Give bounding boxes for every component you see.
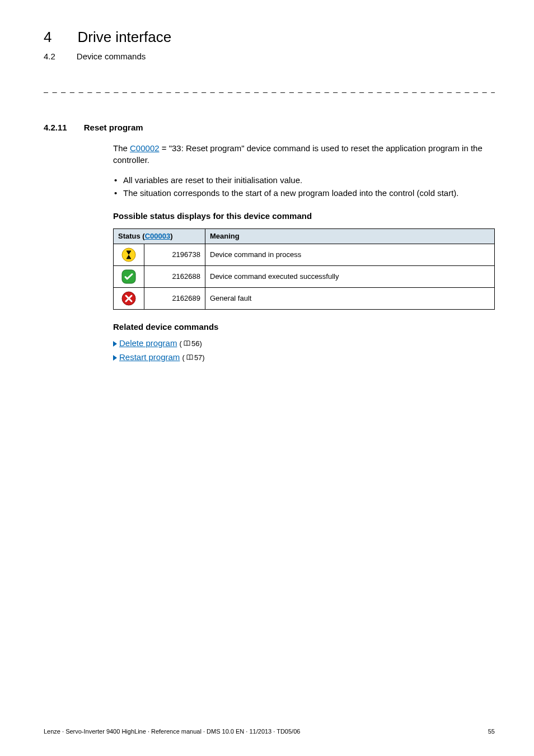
bullet-item: The situation corresponds to the start o… (113, 187, 495, 199)
book-icon (184, 340, 190, 347)
status-code: 2162688 (144, 266, 205, 288)
status-heading: Possible status displays for this device… (113, 210, 495, 222)
footer-text: Lenze · Servo-Inverter 9400 HighLine · R… (44, 727, 300, 736)
svg-rect-2 (127, 258, 131, 259)
status-table: Status (C00003) Meaning (113, 228, 495, 310)
subsection-title: Reset program (84, 122, 143, 133)
param-link-c00003[interactable]: C00003 (145, 232, 171, 240)
divider-dashes: _ _ _ _ _ _ _ _ _ _ _ _ _ _ _ _ _ _ _ _ … (44, 83, 495, 95)
related-item: Restart program (57) (113, 351, 495, 363)
status-header-prefix: Status ( (118, 232, 145, 240)
section-number-top: 4.2 (44, 50, 55, 62)
status-code: 2162689 (144, 288, 205, 310)
related-link-delete-program[interactable]: Delete program (119, 338, 177, 348)
footer-page-number: 55 (488, 727, 495, 736)
cross-icon (121, 291, 136, 306)
section-title-top: Device commands (77, 50, 146, 62)
status-meaning: General fault (205, 288, 495, 310)
chapter-title: Drive interface (77, 27, 171, 47)
status-header-status: Status (C00003) (114, 228, 205, 244)
chapter-number: 4 (44, 27, 51, 47)
related-item: Delete program (56) (113, 337, 495, 349)
intro-paragraph: The C00002 = "33: Reset program" device … (113, 142, 495, 166)
status-meaning: Device command executed successfully (205, 266, 495, 288)
related-heading: Related device commands (113, 321, 495, 333)
subsection-number: 4.2.11 (44, 122, 67, 133)
status-meaning: Device command in process (205, 244, 495, 266)
svg-rect-1 (127, 251, 131, 252)
related-link-restart-program[interactable]: Restart program (119, 352, 180, 362)
status-icon-cell (114, 266, 144, 288)
status-header-meaning: Meaning (205, 228, 495, 244)
triangle-icon (113, 341, 117, 347)
status-icon-cell (114, 244, 144, 266)
table-row: 2162688 Device command executed successf… (114, 266, 495, 288)
page-ref: (56) (180, 339, 202, 348)
intro-prefix: The (113, 143, 130, 153)
status-icon-cell (114, 288, 144, 310)
status-code: 2196738 (144, 244, 205, 266)
page-ref: (57) (182, 353, 205, 362)
table-row: 2196738 Device command in process (114, 244, 495, 266)
status-header-suffix: ) (170, 232, 172, 240)
param-link-c00002[interactable]: C00002 (130, 143, 160, 153)
bullet-list: All variables are reset to their initial… (113, 174, 495, 199)
bullet-item: All variables are reset to their initial… (113, 174, 495, 186)
intro-suffix: = "33: Reset program" device command is … (113, 143, 483, 165)
page-number: 57 (194, 353, 202, 362)
hourglass-icon (121, 248, 136, 262)
page-number: 56 (191, 339, 199, 348)
table-row: 2162689 General fault (114, 288, 495, 310)
triangle-icon (113, 355, 117, 361)
check-icon (121, 269, 136, 284)
book-icon (186, 354, 193, 361)
